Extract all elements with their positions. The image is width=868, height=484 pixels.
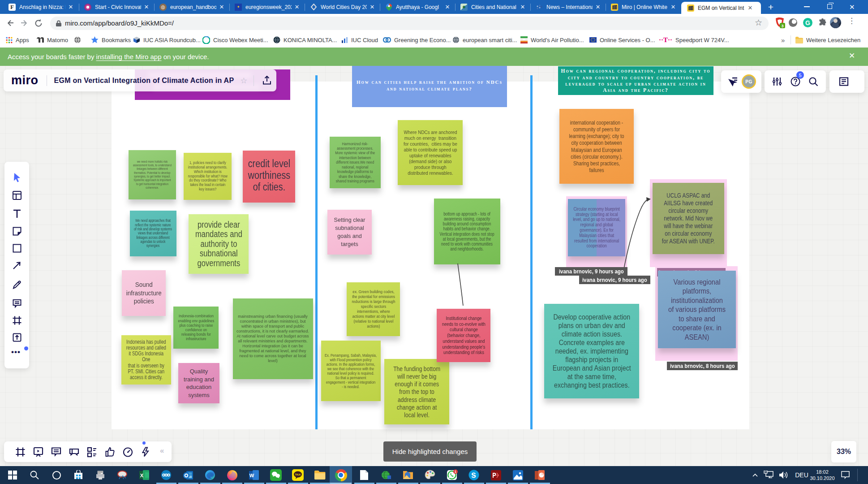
svg-text:3: 3 [781, 24, 783, 28]
svg-text:W: W [249, 473, 254, 478]
svg-text:1: 1 [455, 470, 456, 473]
svg-text:X: X [140, 473, 144, 478]
svg-text:TALK: TALK [295, 473, 301, 476]
